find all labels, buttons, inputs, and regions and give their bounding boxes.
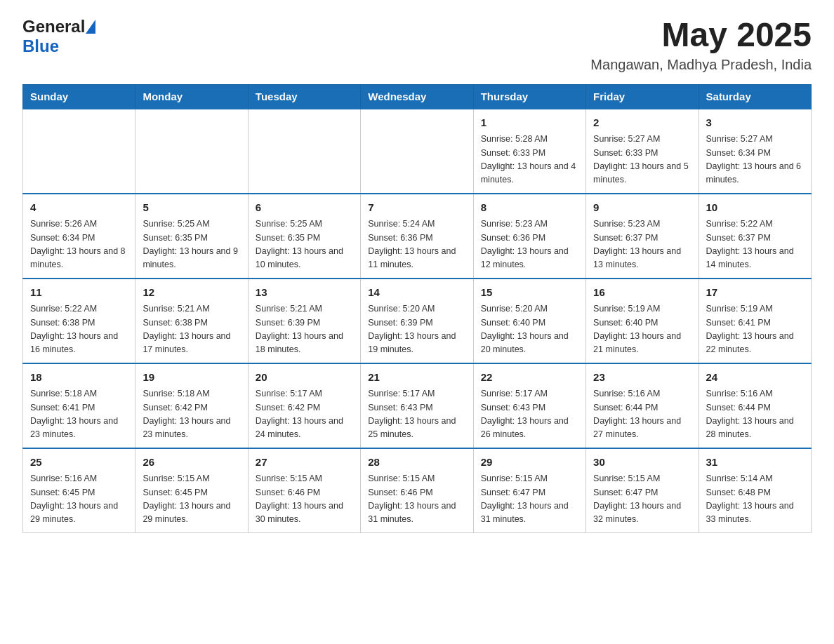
calendar-cell: 20Sunrise: 5:17 AMSunset: 6:42 PMDayligh… (248, 363, 360, 448)
day-number: 15 (481, 285, 578, 301)
day-number: 17 (706, 285, 804, 301)
calendar-cell: 11Sunrise: 5:22 AMSunset: 6:38 PMDayligh… (23, 279, 135, 363)
day-number: 30 (593, 455, 691, 471)
calendar-cell: 3Sunrise: 5:27 AMSunset: 6:34 PMDaylight… (699, 109, 811, 194)
calendar-cell: 16Sunrise: 5:19 AMSunset: 6:40 PMDayligh… (586, 279, 699, 363)
day-number: 2 (593, 115, 691, 131)
calendar-table: SundayMondayTuesdayWednesdayThursdayFrid… (22, 84, 812, 533)
day-number: 22 (481, 370, 578, 386)
day-info: Sunrise: 5:27 AMSunset: 6:33 PMDaylight:… (593, 133, 691, 187)
day-number: 16 (593, 285, 691, 301)
calendar-cell: 24Sunrise: 5:16 AMSunset: 6:44 PMDayligh… (699, 363, 811, 448)
calendar-cell: 7Sunrise: 5:24 AMSunset: 6:36 PMDaylight… (361, 194, 473, 279)
calendar-cell (361, 109, 473, 194)
day-info: Sunrise: 5:25 AMSunset: 6:35 PMDaylight:… (143, 217, 240, 272)
calendar-cell: 19Sunrise: 5:18 AMSunset: 6:42 PMDayligh… (135, 363, 248, 448)
day-number: 25 (30, 455, 128, 471)
calendar-cell: 22Sunrise: 5:17 AMSunset: 6:43 PMDayligh… (473, 363, 585, 448)
location-subtitle: Mangawan, Madhya Pradesh, India (590, 57, 812, 73)
calendar-header: SundayMondayTuesdayWednesdayThursdayFrid… (23, 84, 812, 109)
day-number: 31 (706, 455, 804, 471)
week-row-1: 1Sunrise: 5:28 AMSunset: 6:33 PMDaylight… (23, 109, 812, 194)
day-info: Sunrise: 5:20 AMSunset: 6:39 PMDaylight:… (368, 302, 465, 357)
day-number: 4 (30, 200, 128, 216)
day-number: 10 (706, 200, 804, 216)
header-day-thursday: Thursday (473, 84, 585, 109)
day-number: 28 (368, 455, 465, 471)
logo-text: General Blue (22, 17, 95, 56)
day-number: 7 (368, 200, 465, 216)
day-info: Sunrise: 5:17 AMSunset: 6:43 PMDaylight:… (368, 387, 465, 442)
day-info: Sunrise: 5:22 AMSunset: 6:37 PMDaylight:… (706, 217, 804, 272)
calendar-cell: 29Sunrise: 5:15 AMSunset: 6:47 PMDayligh… (473, 448, 585, 533)
calendar-cell: 15Sunrise: 5:20 AMSunset: 6:40 PMDayligh… (473, 279, 585, 363)
day-info: Sunrise: 5:15 AMSunset: 6:46 PMDaylight:… (256, 472, 353, 527)
calendar-cell: 9Sunrise: 5:23 AMSunset: 6:37 PMDaylight… (586, 194, 699, 279)
logo-blue: Blue (22, 36, 59, 55)
day-info: Sunrise: 5:15 AMSunset: 6:45 PMDaylight:… (143, 472, 240, 527)
day-info: Sunrise: 5:17 AMSunset: 6:43 PMDaylight:… (481, 387, 578, 442)
calendar-cell: 17Sunrise: 5:19 AMSunset: 6:41 PMDayligh… (699, 279, 811, 363)
calendar-cell: 18Sunrise: 5:18 AMSunset: 6:41 PMDayligh… (23, 363, 135, 448)
calendar-cell: 13Sunrise: 5:21 AMSunset: 6:39 PMDayligh… (248, 279, 360, 363)
header-day-tuesday: Tuesday (248, 84, 360, 109)
day-number: 14 (368, 285, 465, 301)
logo-arrow-icon (86, 20, 95, 34)
day-number: 26 (143, 455, 240, 471)
day-info: Sunrise: 5:16 AMSunset: 6:44 PMDaylight:… (593, 387, 691, 442)
calendar-cell: 27Sunrise: 5:15 AMSunset: 6:46 PMDayligh… (248, 448, 360, 533)
header-day-sunday: Sunday (23, 84, 135, 109)
calendar-cell: 1Sunrise: 5:28 AMSunset: 6:33 PMDaylight… (473, 109, 585, 194)
calendar-cell: 14Sunrise: 5:20 AMSunset: 6:39 PMDayligh… (361, 279, 473, 363)
day-number: 27 (256, 455, 353, 471)
day-number: 23 (593, 370, 691, 386)
calendar-cell: 25Sunrise: 5:16 AMSunset: 6:45 PMDayligh… (23, 448, 135, 533)
calendar-cell: 6Sunrise: 5:25 AMSunset: 6:35 PMDaylight… (248, 194, 360, 279)
day-number: 1 (481, 115, 578, 131)
week-row-5: 25Sunrise: 5:16 AMSunset: 6:45 PMDayligh… (23, 448, 812, 533)
header-day-wednesday: Wednesday (361, 84, 473, 109)
day-info: Sunrise: 5:28 AMSunset: 6:33 PMDaylight:… (481, 133, 578, 187)
day-info: Sunrise: 5:14 AMSunset: 6:48 PMDaylight:… (706, 472, 804, 527)
day-info: Sunrise: 5:21 AMSunset: 6:39 PMDaylight:… (256, 302, 353, 357)
day-number: 8 (481, 200, 578, 216)
week-row-2: 4Sunrise: 5:26 AMSunset: 6:34 PMDaylight… (23, 194, 812, 279)
calendar-cell: 4Sunrise: 5:26 AMSunset: 6:34 PMDaylight… (23, 194, 135, 279)
day-number: 13 (256, 285, 353, 301)
title-block: May 2025 Mangawan, Madhya Pradesh, India (590, 17, 812, 73)
calendar-cell (248, 109, 360, 194)
day-info: Sunrise: 5:23 AMSunset: 6:37 PMDaylight:… (593, 217, 691, 272)
header-day-monday: Monday (135, 84, 248, 109)
calendar-cell: 23Sunrise: 5:16 AMSunset: 6:44 PMDayligh… (586, 363, 699, 448)
week-row-4: 18Sunrise: 5:18 AMSunset: 6:41 PMDayligh… (23, 363, 812, 448)
day-number: 21 (368, 370, 465, 386)
day-number: 20 (256, 370, 353, 386)
header-day-friday: Friday (586, 84, 699, 109)
day-number: 6 (256, 200, 353, 216)
day-info: Sunrise: 5:27 AMSunset: 6:34 PMDaylight:… (706, 133, 804, 187)
day-info: Sunrise: 5:21 AMSunset: 6:38 PMDaylight:… (143, 302, 240, 357)
day-info: Sunrise: 5:25 AMSunset: 6:35 PMDaylight:… (256, 217, 353, 272)
day-info: Sunrise: 5:15 AMSunset: 6:46 PMDaylight:… (368, 472, 465, 527)
calendar-cell: 31Sunrise: 5:14 AMSunset: 6:48 PMDayligh… (699, 448, 811, 533)
calendar-cell: 30Sunrise: 5:15 AMSunset: 6:47 PMDayligh… (586, 448, 699, 533)
day-number: 3 (706, 115, 804, 131)
day-info: Sunrise: 5:16 AMSunset: 6:45 PMDaylight:… (30, 472, 128, 527)
calendar-cell: 12Sunrise: 5:21 AMSunset: 6:38 PMDayligh… (135, 279, 248, 363)
calendar-cell: 28Sunrise: 5:15 AMSunset: 6:46 PMDayligh… (361, 448, 473, 533)
header-day-saturday: Saturday (699, 84, 811, 109)
day-number: 5 (143, 200, 240, 216)
day-info: Sunrise: 5:15 AMSunset: 6:47 PMDaylight:… (481, 472, 578, 527)
day-number: 12 (143, 285, 240, 301)
month-year-title: May 2025 (590, 17, 812, 54)
calendar-cell (23, 109, 135, 194)
header-row: SundayMondayTuesdayWednesdayThursdayFrid… (23, 84, 812, 109)
day-info: Sunrise: 5:23 AMSunset: 6:36 PMDaylight:… (481, 217, 578, 272)
calendar-cell: 10Sunrise: 5:22 AMSunset: 6:37 PMDayligh… (699, 194, 811, 279)
calendar-cell (135, 109, 248, 194)
calendar-cell: 21Sunrise: 5:17 AMSunset: 6:43 PMDayligh… (361, 363, 473, 448)
day-info: Sunrise: 5:24 AMSunset: 6:36 PMDaylight:… (368, 217, 465, 272)
calendar-cell: 8Sunrise: 5:23 AMSunset: 6:36 PMDaylight… (473, 194, 585, 279)
day-info: Sunrise: 5:15 AMSunset: 6:47 PMDaylight:… (593, 472, 691, 527)
calendar-cell: 5Sunrise: 5:25 AMSunset: 6:35 PMDaylight… (135, 194, 248, 279)
